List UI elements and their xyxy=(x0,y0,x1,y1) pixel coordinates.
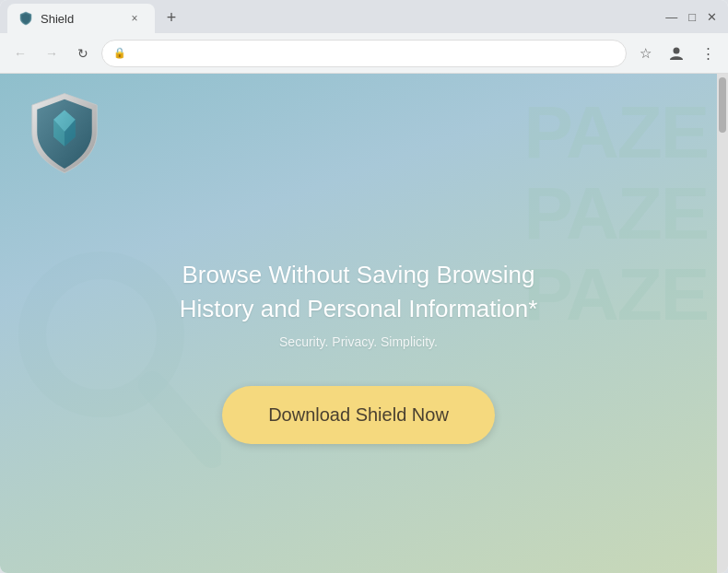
titlebar: Shield × + — □ ✕ xyxy=(0,0,728,33)
address-bar[interactable]: 🔒 xyxy=(101,40,627,67)
new-tab-button[interactable]: + xyxy=(159,5,184,30)
subheadline: Security. Privacy. Simplicity. xyxy=(279,334,438,349)
download-button[interactable]: Download Shield Now xyxy=(222,386,495,444)
content-wrapper: PAZEPAZEPAZE xyxy=(0,74,728,573)
svg-point-0 xyxy=(674,47,680,53)
active-tab[interactable]: Shield × xyxy=(7,4,155,33)
minimize-button[interactable]: — xyxy=(665,11,677,23)
navigation-bar: ← → ↻ 🔒 ☆ ⋮ xyxy=(0,33,728,74)
scrollbar-thumb[interactable] xyxy=(719,77,726,133)
menu-button[interactable]: ⋮ xyxy=(695,41,721,66)
tab-close-button[interactable]: × xyxy=(125,9,144,28)
page-content: PAZEPAZEPAZE xyxy=(0,74,717,573)
profile-button[interactable] xyxy=(663,41,689,66)
titlebar-left: Shield × + xyxy=(7,2,184,31)
bookmark-button[interactable]: ☆ xyxy=(632,41,658,66)
maximize-button[interactable]: □ xyxy=(688,11,696,23)
center-content: Browse Without Saving Browsing History a… xyxy=(128,129,589,573)
shield-logo xyxy=(28,92,101,179)
scrollbar[interactable] xyxy=(717,74,728,573)
profile-icon xyxy=(668,45,685,62)
window-controls: — □ ✕ xyxy=(665,11,721,23)
close-button[interactable]: ✕ xyxy=(707,11,717,23)
browser-window: Shield × + — □ ✕ ← → ↻ 🔒 ☆ xyxy=(0,0,728,573)
headline: Browse Without Saving Browsing History a… xyxy=(147,258,570,325)
tab-title: Shield xyxy=(41,12,118,26)
forward-button[interactable]: → xyxy=(39,41,65,66)
tab-favicon xyxy=(18,11,33,26)
shield-icon xyxy=(28,92,101,175)
reload-button[interactable]: ↻ xyxy=(70,41,96,66)
lock-icon: 🔒 xyxy=(113,47,126,59)
back-button[interactable]: ← xyxy=(7,41,33,66)
navbar-right: ☆ ⋮ xyxy=(632,41,721,66)
